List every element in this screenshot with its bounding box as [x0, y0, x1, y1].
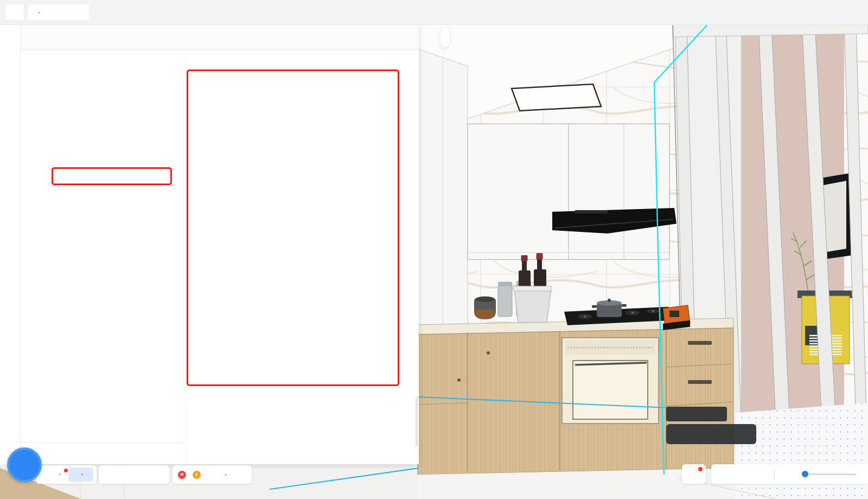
- close-icon[interactable]: [401, 33, 411, 42]
- chevron-down-icon: ▾: [81, 472, 83, 477]
- back-button[interactable]: [5, 4, 24, 21]
- toggles-icon: [689, 469, 699, 479]
- view-toolbar: [441, 27, 449, 47]
- chevron-down-icon: ▾: [59, 472, 61, 477]
- chat-button[interactable]: [7, 447, 42, 482]
- left-rail: [0, 25, 21, 464]
- room-selector-dropdown[interactable]: ▾: [28, 4, 89, 21]
- zoom-slider-knob[interactable]: [802, 471, 808, 477]
- scrollbar[interactable]: [416, 397, 418, 446]
- camera-settings-icon[interactable]: [737, 469, 747, 479]
- notification-dot: [698, 467, 703, 471]
- floor-editor-toolbar: [666, 424, 756, 444]
- zoom-slider[interactable]: [802, 471, 856, 477]
- floor-editor-button[interactable]: [666, 407, 727, 421]
- zoom-out-icon[interactable]: [783, 469, 793, 479]
- warning-icon: !: [193, 471, 201, 479]
- top-toolbar: ▾: [0, 0, 868, 25]
- mode-3d-button[interactable]: ▾: [68, 468, 93, 482]
- error-icon: ✕: [178, 471, 186, 479]
- toolbar-divider: [774, 469, 775, 479]
- chevron-down-icon[interactable]: ▾: [225, 472, 227, 477]
- zoom-slider-track[interactable]: [802, 473, 856, 475]
- drag-handle-icon[interactable]: [29, 33, 36, 42]
- focus-icon[interactable]: [756, 469, 765, 479]
- notification-dot: [64, 469, 68, 472]
- annotation-highlight-grid: [187, 70, 399, 386]
- camera-toolbar: [711, 464, 868, 484]
- drag-handle-icon[interactable]: [673, 430, 678, 439]
- panel-header: [21, 25, 419, 50]
- public-catalog-panel: [21, 25, 419, 464]
- collapse-all-button[interactable]: [21, 443, 186, 464]
- display-count-icon[interactable]: [208, 470, 217, 479]
- scene-tools: [99, 465, 169, 484]
- catalog-tree: [21, 50, 186, 443]
- display-settings-button[interactable]: [682, 464, 706, 484]
- products-area: [186, 50, 419, 464]
- status-bar: ✕ ! ▾: [173, 465, 252, 484]
- chevron-down-icon: ▾: [38, 10, 40, 15]
- view-mode-switcher: ▾ ▾: [36, 465, 97, 484]
- camera-crop-icon[interactable]: [719, 469, 729, 479]
- application-window: ▾ ▾: [0, 0, 868, 499]
- products-toolbar: [187, 50, 419, 75]
